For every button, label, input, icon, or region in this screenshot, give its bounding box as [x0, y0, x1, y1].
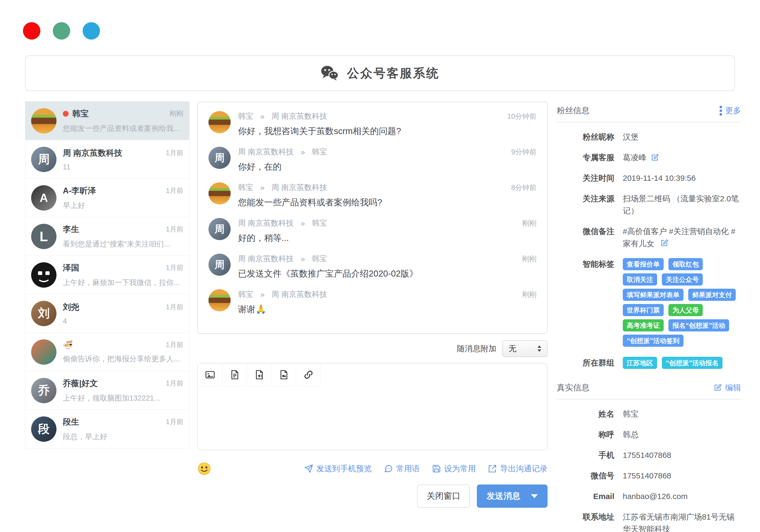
- send-to-phone-preview-link[interactable]: 发送到手机预览: [304, 463, 372, 474]
- conversation-list: 韩宝 刚刚 您能发一些产品资料或者案例给我... 周 周 南京茧数科技 1月前 …: [25, 102, 189, 448]
- message-history: 韩宝 » 周 南京茧数科技 10分钟前 你好，我想咨询关于茧数scrm相关的问题…: [197, 102, 547, 334]
- follow-source-label: 关注来源: [557, 193, 614, 217]
- conversation-preview: 看到您是通过“搜索”来关注咱们...: [63, 239, 183, 249]
- conversation-preview: 上午好，麻烦加一下我微信，拉你...: [63, 278, 183, 288]
- avatar: 刘: [31, 301, 57, 326]
- insert-audio-button[interactable]: [247, 363, 271, 386]
- address-value: 江苏省无锡市南湖广场81号无锡华天智能科技: [623, 511, 741, 532]
- follow-time-label: 关注时间: [557, 172, 614, 184]
- save-icon: [432, 464, 441, 473]
- more-button[interactable]: 更多: [720, 105, 741, 116]
- follow-time-value: 2019-11-14 10:39:56: [623, 172, 741, 184]
- group-tag[interactable]: “创想派”活动报名: [662, 357, 723, 369]
- email-label: Email: [557, 490, 614, 503]
- conversation-time: 1月前: [163, 186, 183, 195]
- smart-tag[interactable]: 世界杯门票: [623, 304, 664, 316]
- conversation-time: 刚刚: [167, 109, 183, 118]
- conversation-item[interactable]: 🍜 1月前 偷偷告诉你，把海报分享给更多人...: [25, 332, 189, 371]
- smart-tag[interactable]: 填写鲜果派对表单: [623, 289, 684, 301]
- message-from: 韩宝: [238, 182, 253, 193]
- composer-actions: 发送到手机预览 常用语 设为常用: [197, 461, 547, 476]
- chat-message: 韩宝 » 周 南京茧数科技 8分钟前 您能发一些产品资料或者案例给我吗?: [209, 182, 537, 209]
- attach-select[interactable]: 无: [502, 340, 547, 357]
- contact-name: 乔薇|好文: [63, 378, 98, 389]
- conversation-time: 1月前: [163, 263, 183, 272]
- page-title: 公众号客服系统: [347, 65, 439, 81]
- comment-icon: [384, 464, 393, 473]
- message-composer[interactable]: [197, 363, 547, 450]
- quick-replies-link[interactable]: 常用语: [384, 463, 420, 474]
- smart-tag[interactable]: “创想派”活动签到: [623, 335, 684, 347]
- link-icon: [303, 369, 314, 380]
- avatar: 周: [209, 254, 231, 276]
- conversation-item[interactable]: 韩宝 刚刚 您能发一些产品资料或者案例给我...: [25, 101, 189, 140]
- send-options-caret-icon[interactable]: [531, 494, 538, 498]
- message-to: 韩宝: [312, 218, 327, 228]
- message-time: 刚刚: [522, 290, 537, 299]
- section-title: 粉丝信息: [557, 105, 590, 116]
- contact-name: 刘尧: [63, 302, 79, 313]
- smart-tags-label: 智能标签: [557, 258, 614, 348]
- message-from: 韩宝: [238, 111, 253, 121]
- message-from: 周 南京茧数科技: [238, 147, 294, 157]
- arrow-separator: »: [301, 148, 305, 157]
- smart-tag[interactable]: 取消关注: [623, 273, 657, 285]
- wechat-id-label: 微信号: [557, 470, 614, 482]
- edit-agent-icon[interactable]: [651, 153, 659, 162]
- conversation-time: 1月前: [163, 303, 183, 312]
- arrow-separator: »: [260, 112, 265, 121]
- insert-text-file-button[interactable]: [222, 363, 247, 386]
- insert-image-button[interactable]: [198, 363, 222, 386]
- message-time: 10分钟前: [507, 112, 537, 121]
- emoji-picker-button[interactable]: [197, 462, 211, 475]
- salutation-label: 称呼: [557, 429, 614, 441]
- contact-name: 🍜: [63, 340, 73, 350]
- smart-tag[interactable]: 为人父母: [668, 304, 703, 316]
- message-time: 9分钟前: [511, 147, 537, 157]
- message-from: 周 南京茧数科技: [238, 218, 294, 228]
- group-tags: 江苏地区 “创想派”活动报名: [623, 355, 741, 370]
- nickname-value: 汉堡: [623, 131, 741, 143]
- smart-tag[interactable]: 查看报价单: [623, 258, 664, 270]
- conversation-item[interactable]: 段 段生 1月前 段总，早上好: [25, 410, 189, 448]
- message-input[interactable]: [198, 386, 547, 451]
- group-tag[interactable]: 江苏地区: [623, 357, 657, 369]
- conversation-item[interactable]: 周 周 南京茧数科技 1月前 11: [25, 140, 189, 179]
- conversation-item[interactable]: 乔 乔薇|好文 1月前 上午好，领取脑图加132221...: [25, 371, 189, 410]
- edit-remark-icon[interactable]: [660, 239, 669, 247]
- smart-tag[interactable]: 报名“创想派”活动: [668, 319, 729, 331]
- window-minimize-button[interactable]: [53, 22, 70, 40]
- insert-video-button[interactable]: [271, 363, 296, 386]
- message-from: 周 南京茧数科技: [238, 254, 294, 264]
- conversation-item[interactable]: 刘 刘尧 1月前 4: [25, 294, 189, 333]
- conversation-preview: 早上好: [63, 201, 183, 211]
- conversation-item[interactable]: L 李生 1月前 看到您是通过“搜索”来关注咱们...: [25, 217, 189, 256]
- conversation-item[interactable]: A A-李昕泽 1月前 早上好: [25, 178, 189, 217]
- insert-link-button[interactable]: [296, 363, 321, 386]
- image-icon: [205, 369, 215, 380]
- smart-tag[interactable]: 关注公众号: [662, 273, 703, 285]
- export-chat-log-link[interactable]: 导出沟通记录: [488, 463, 547, 474]
- conversation-item[interactable]: 泽国 1月前 上午好，麻烦加一下我微信，拉你...: [25, 256, 189, 294]
- wechat-remark-value: #高价值客户 #关注营销自动化 #家有儿女: [623, 227, 736, 248]
- title-bar: 公众号客服系统: [25, 55, 735, 91]
- edit-real-info-button[interactable]: 编辑: [714, 382, 741, 393]
- contact-name: 李生: [63, 224, 79, 235]
- address-label: 联系地址: [557, 511, 614, 532]
- name-value: 韩宝: [623, 408, 741, 420]
- close-window-button[interactable]: 关闭窗口: [417, 485, 470, 508]
- smart-tag[interactable]: 高考准考证: [623, 319, 664, 331]
- send-message-button[interactable]: 发送消息: [477, 485, 547, 508]
- save-as-quick-reply-link[interactable]: 设为常用: [432, 463, 476, 474]
- contact-name: 韩宝: [72, 108, 89, 119]
- smart-tag[interactable]: 领取红包: [668, 258, 703, 270]
- smart-tags: 查看报价单 领取红包 取消关注 关注公众号 填写鲜果派对表单 鲜果派对支付 世界…: [623, 257, 741, 348]
- message-text: 谢谢🙏: [238, 304, 537, 315]
- avatar: A: [31, 185, 57, 211]
- message-to: 周 南京茧数科技: [271, 289, 327, 300]
- select-arrows-icon: [536, 344, 543, 353]
- smart-tag[interactable]: 鲜果派对支付: [688, 289, 736, 301]
- window-close-button[interactable]: [23, 22, 40, 40]
- attach-row: 随消息附加 无: [197, 340, 547, 357]
- window-zoom-button[interactable]: [83, 22, 100, 40]
